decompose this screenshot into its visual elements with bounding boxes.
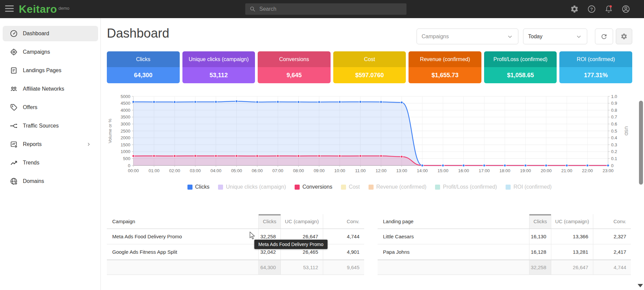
campaign-name[interactable]: Google Ads Fitness App Split [107, 244, 258, 260]
svg-text:4000: 4000 [121, 108, 130, 113]
sidebar-item-domains[interactable]: Domains [3, 174, 98, 189]
svg-text:01:00: 01:00 [148, 168, 160, 173]
scrollbar-thumb[interactable] [639, 101, 643, 185]
svg-text:10:00: 10:00 [334, 168, 345, 173]
hamburger-menu-icon[interactable] [5, 5, 14, 13]
scroll-down-arrow[interactable] [638, 284, 643, 287]
metric-card-revenue[interactable]: Revenue (confirmed) $1,655.73 [409, 51, 481, 83]
sidebar-item-label: Affiliate Networks [23, 86, 64, 92]
people-icon [10, 85, 18, 93]
totals-clicks: 32,258 [529, 260, 551, 275]
svg-text:0: 0 [128, 163, 130, 168]
metric-label: Revenue (confirmed) [409, 51, 481, 67]
sidebar-item-offers[interactable]: $ Offers [3, 100, 98, 115]
legend-item-profit-loss-confirmed[interactable]: Profit/Loss (confirmed) [435, 184, 497, 190]
column-header-campaign[interactable]: Campaign [107, 214, 258, 229]
legend-item-revenue-confirmed[interactable]: Revenue (confirmed) [369, 184, 426, 190]
settings-icon [620, 33, 628, 40]
svg-text:04:00: 04:00 [210, 168, 221, 173]
sidebar-item-reports[interactable]: Reports [3, 137, 98, 152]
refresh-icon [600, 33, 608, 40]
sidebar-item-label: Domains [23, 178, 44, 184]
campaigns-filter-select[interactable]: Campaigns [417, 29, 518, 44]
sidebar-item-label: Reports [23, 141, 42, 147]
svg-text:0.3: 0.3 [611, 142, 617, 147]
column-header-uc[interactable]: UC (campaign) [281, 214, 323, 229]
notifications-icon[interactable] [604, 5, 613, 13]
metric-card-profit-loss[interactable]: Profit/Loss (confirmed) $1,058.65 [484, 51, 557, 83]
account-icon[interactable] [621, 5, 630, 13]
column-header-clicks[interactable]: Clicks [529, 214, 551, 229]
sidebar-item-label: Trends [23, 160, 39, 166]
svg-text:09:00: 09:00 [314, 168, 325, 173]
sidebar-item-label: Dashboard [23, 31, 49, 37]
sidebar-item-affiliate-networks[interactable]: Affiliate Networks [3, 81, 98, 97]
svg-text:2500: 2500 [121, 129, 130, 134]
report-chart-gear-icon [10, 140, 18, 148]
metric-label: Profit/Loss (confirmed) [484, 51, 557, 67]
metric-label: Cost [333, 51, 406, 67]
legend-item-unique-clicks-campaign[interactable]: Unique clicks (campaign) [218, 184, 286, 190]
legend-item-cost[interactable]: Cost [341, 184, 360, 190]
svg-text:Volume or %: Volume or % [108, 118, 113, 143]
column-header-uc[interactable]: UC (campaign) [551, 214, 593, 229]
legend-label: ROI (confirmed) [513, 184, 552, 190]
totals-uc: 53,112 [281, 260, 323, 275]
dashboard-settings-button[interactable] [616, 29, 632, 44]
metric-card-clicks[interactable]: Clicks 64,300 [107, 51, 180, 83]
landing-clicks: 16,128 [529, 244, 551, 260]
sidebar-item-trends[interactable]: Trends [3, 155, 98, 171]
svg-text:08:00: 08:00 [293, 168, 304, 173]
legend-label: Cost [349, 184, 360, 190]
metric-card-unique-clicks[interactable]: Unique clicks (campaign) 53,112 [182, 51, 255, 83]
svg-text:0.5: 0.5 [611, 129, 617, 134]
column-header-conv[interactable]: Conv. [593, 214, 631, 229]
legend-label: Clicks [195, 184, 210, 190]
sidebar-item-label: Offers [23, 104, 37, 110]
date-range-select[interactable]: Today [523, 29, 587, 44]
mouse-cursor [249, 232, 257, 240]
svg-text:3000: 3000 [121, 122, 130, 127]
sort-indicator [529, 214, 551, 215]
legend-swatch-icon [341, 185, 346, 190]
sidebar-item-landings-pages[interactable]: Landings Pages [3, 63, 98, 78]
svg-text:03:00: 03:00 [190, 168, 201, 173]
column-header-clicks[interactable]: Clicks [258, 214, 281, 229]
column-header-conv[interactable]: Conv. [323, 214, 364, 229]
sidebar-item-label: Landings Pages [23, 67, 61, 74]
metric-value: 53,112 [182, 67, 255, 83]
svg-text:3500: 3500 [121, 114, 130, 119]
app-logo[interactable]: Keitaro [19, 3, 57, 15]
sidebar-item-dashboard[interactable]: Dashboard [3, 26, 98, 41]
metric-label: Conversions [258, 51, 331, 67]
svg-text:19:00: 19:00 [520, 168, 531, 173]
metric-card-roi[interactable]: ROI (confirmed) 177.31% [559, 51, 632, 83]
svg-text:1500: 1500 [121, 142, 130, 147]
legend-item-roi-confirmed[interactable]: ROI (confirmed) [506, 184, 552, 190]
legend-item-conversions[interactable]: Conversions [295, 184, 332, 190]
refresh-button[interactable] [595, 29, 613, 44]
column-header-landing-page[interactable]: Landing page [378, 214, 529, 229]
landing-clicks: 16,130 [529, 229, 551, 244]
campaign-name[interactable]: Meta Ads Food Delivery Promo [107, 229, 258, 244]
sidebar-item-campaigns[interactable]: Campaigns [3, 44, 98, 60]
metric-card-conversions[interactable]: Conversions 9,645 [258, 51, 331, 83]
sidebar-item-traffic-sources[interactable]: Traffic Sources [3, 118, 98, 134]
settings-icon[interactable] [570, 5, 579, 13]
metric-value: 177.31% [559, 67, 632, 83]
landing-name[interactable]: Papa Johns [378, 244, 529, 260]
legend-swatch-icon [369, 185, 374, 190]
svg-text:02:00: 02:00 [169, 168, 180, 173]
metric-card-cost[interactable]: Cost $597.0760 [333, 51, 406, 83]
sidebar-item-label: Campaigns [23, 49, 50, 55]
landing-name[interactable]: Little Caesars [378, 229, 529, 244]
search-input[interactable] [259, 6, 402, 12]
campaign-conv: 4,901 [323, 244, 364, 260]
legend-swatch-icon [295, 185, 300, 190]
help-icon[interactable]: ? [587, 5, 596, 13]
svg-text:?: ? [590, 7, 593, 12]
svg-text:17:00: 17:00 [479, 168, 490, 173]
legend-label: Revenue (confirmed) [376, 184, 426, 190]
global-search [245, 3, 406, 15]
legend-item-clicks[interactable]: Clicks [187, 184, 210, 190]
